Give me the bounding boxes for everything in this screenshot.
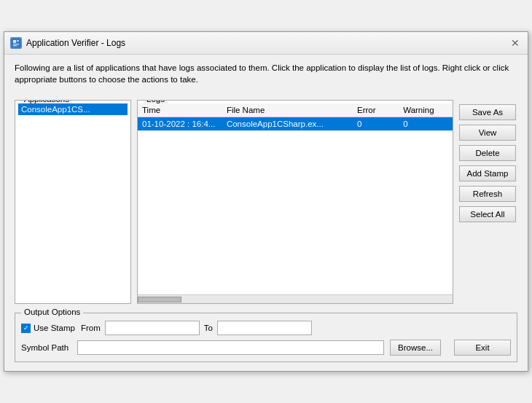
view-button[interactable]: View (459, 125, 516, 141)
horizontal-scrollbar[interactable] (138, 294, 453, 303)
log-error: 0 (353, 117, 399, 131)
log-filename: ConsoleApp1CSharp.ex... (222, 117, 353, 131)
browse-button[interactable]: Browse... (390, 340, 441, 356)
add-stamp-button[interactable]: Add Stamp (459, 165, 516, 181)
logs-group: Logs Time File Name Error Warning (137, 100, 453, 304)
to-label: To (204, 324, 213, 332)
symbol-path-input[interactable] (77, 340, 384, 355)
col-warning: Warning (399, 103, 453, 117)
logs-panel: Logs Time File Name Error Warning (137, 93, 453, 304)
scrollbar-thumb[interactable] (138, 297, 181, 302)
save-as-button[interactable]: Save As (459, 104, 516, 120)
col-error: Error (353, 103, 399, 117)
applications-panel: Applications ConsoleApp1CS... (15, 93, 131, 304)
logs-table: Time File Name Error Warning 01-10-2022 … (138, 103, 453, 131)
output-options-section: Output Options Use Stamp From To Symbol … (15, 313, 517, 362)
svg-rect-1 (13, 40, 16, 43)
title-bar-left: Application Verifier - Logs (10, 37, 125, 49)
action-buttons-panel: Save As View Delete Add Stamp Refresh Se… (459, 93, 517, 222)
svg-rect-3 (13, 44, 19, 45)
main-window: Application Verifier - Logs ✕ Following … (4, 31, 528, 372)
use-stamp-wrap: Use Stamp (21, 324, 75, 333)
app-icon (10, 37, 22, 49)
from-input[interactable] (105, 321, 200, 335)
output-options-label: Output Options (21, 308, 83, 316)
col-filename: File Name (222, 103, 353, 117)
applications-group: Applications ConsoleApp1CS... (15, 100, 131, 304)
svg-rect-2 (17, 40, 19, 42)
app-item[interactable]: ConsoleApp1CS... (18, 103, 128, 115)
col-time: Time (138, 103, 222, 117)
log-row[interactable]: 01-10-2022 : 16:4... ConsoleApp1CSharp.e… (138, 117, 453, 131)
refresh-button[interactable]: Refresh (459, 186, 516, 202)
select-all-button[interactable]: Select All (459, 206, 516, 222)
window-title: Application Verifier - Logs (26, 38, 125, 48)
svg-rect-4 (13, 45, 17, 47)
main-area: Applications ConsoleApp1CS... Logs Time … (15, 93, 517, 304)
output-row-2: Symbol Path Browse... Exit (21, 340, 511, 356)
description-text: Following are a list of applications tha… (15, 62, 517, 85)
use-stamp-label: Use Stamp (34, 324, 75, 332)
symbol-path-label: Symbol Path (21, 343, 69, 352)
content-area: Following are a list of applications tha… (4, 55, 528, 371)
delete-button[interactable]: Delete (459, 145, 516, 161)
to-input[interactable] (217, 321, 312, 335)
output-row-1: Use Stamp From To (21, 321, 511, 335)
log-warning: 0 (399, 117, 453, 131)
close-button[interactable]: ✕ (509, 36, 522, 50)
applications-label: Applications (21, 100, 72, 103)
use-stamp-checkbox[interactable] (21, 324, 31, 333)
from-label: From (81, 324, 101, 332)
exit-button[interactable]: Exit (454, 340, 511, 356)
scrollbar-track (138, 297, 453, 302)
from-to-group: From To (81, 321, 511, 335)
logs-label: Logs (144, 100, 168, 103)
title-bar: Application Verifier - Logs ✕ (4, 32, 528, 55)
log-time: 01-10-2022 : 16:4... (138, 117, 222, 131)
